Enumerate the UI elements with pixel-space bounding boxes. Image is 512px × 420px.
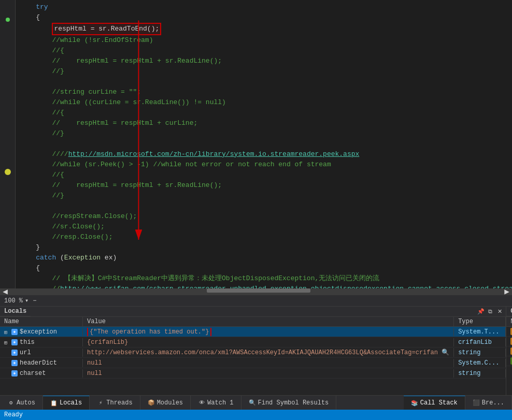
- locals-name-cell: ⊞ ◈ $exception: [0, 328, 83, 336]
- locals-value-cell: null: [83, 359, 454, 367]
- locals-row[interactable]: ⊞ ◈ this {crifanLib} crifanLib: [0, 337, 506, 347]
- var-name: this: [20, 339, 35, 346]
- code-content[interactable]: try { respHtml = sr.ReadToEnd(); //while…: [16, 0, 512, 288]
- code-line: //while (!sr.EndOfStream): [20, 35, 508, 46]
- tab-find-symbol-label: Find Symbol Results: [258, 399, 329, 407]
- callstack-row[interactable]: ▶ ScrapeAmazonProd...: [506, 337, 512, 346]
- code-line: // respHtml = respHtml + sr.ReadLine();: [20, 180, 508, 191]
- gutter: [0, 0, 16, 288]
- code-line: [20, 77, 508, 87]
- bottom-tabs: ⚙ Autos 📋 Locals ⚡ Threads 📦 Modules 👁 W…: [0, 395, 512, 410]
- var-icon: ◈: [11, 350, 18, 356]
- callstack-toolbar: Call Stack 📌 ⧉ ✕: [506, 307, 512, 317]
- locals-table: Name Value Type ⊞ ◈ $exception {"The ope…: [0, 317, 506, 395]
- locals-value-cell: http://webservices.amazon.com/onca/xml?A…: [83, 348, 454, 357]
- code-line: {: [20, 263, 508, 273]
- code-line: // respHtml = respHtml + sr.ReadLine();: [20, 56, 508, 66]
- code-line: //{: [20, 46, 508, 56]
- horiz-scrollbar[interactable]: ◀ ▶: [0, 288, 512, 295]
- tab-watch1[interactable]: 👁 Watch 1: [191, 396, 241, 410]
- bottom-split: Locals 📌 ⧉ ✕ Name Value Type ⊞ ◈: [0, 307, 512, 395]
- ready-bar: Ready: [0, 410, 512, 420]
- tab-watch1-label: Watch 1: [207, 399, 233, 407]
- highlight-box-1: respHtml = sr.ReadToEnd();: [52, 23, 161, 35]
- locals-panel: Locals 📌 ⧉ ✕ Name Value Type ⊞ ◈: [0, 307, 506, 395]
- code-line: //}: [20, 128, 508, 139]
- locals-row[interactable]: ⊞ ◈ $exception {"The operation has timed…: [0, 327, 506, 337]
- code-line-highlight: respHtml = sr.ReadToEnd();: [20, 23, 508, 35]
- autos-icon: ⚙: [7, 399, 15, 407]
- exception-value-box: {"The operation has timed out."}: [87, 328, 211, 336]
- scroll-track[interactable]: [10, 288, 502, 295]
- threads-icon: ⚡: [97, 399, 104, 407]
- tab-threads-label: Threads: [106, 399, 132, 407]
- msdn-link[interactable]: http://msdn.microsoft.com/zh-cn/library/…: [68, 150, 360, 158]
- callstack-row[interactable]: ▶ ScrapeAmazonProd...: [506, 346, 512, 356]
- scroll-thumb[interactable]: [207, 288, 310, 293]
- code-line: //string curLine = "";: [20, 87, 508, 97]
- locals-value-cell: {crifanLib}: [83, 338, 454, 346]
- locals-type-cell: string: [454, 369, 506, 378]
- tab-autos[interactable]: ⚙ Autos: [0, 396, 43, 410]
- zoom-label: 100 %: [4, 297, 23, 305]
- var-icon: ◈: [11, 339, 18, 345]
- tab-locals[interactable]: 📋 Locals: [43, 396, 90, 410]
- locals-name-cell: ⊞ ◈ headerDict: [0, 359, 83, 367]
- panel-controls: 📌 ⧉ ✕: [475, 308, 506, 316]
- code-line: catch (Exception ex): [20, 253, 508, 263]
- locals-row[interactable]: ⊞ ◈ charset null string: [0, 368, 506, 379]
- col-header-name: Name: [0, 317, 83, 326]
- panel-pin-btn[interactable]: 📌: [477, 308, 485, 316]
- panel-float-btn[interactable]: ⧉: [486, 308, 494, 316]
- locals-type-cell: string: [454, 349, 506, 357]
- col-header-type: Type: [454, 317, 506, 326]
- tab-breakpoints-label: Bre...: [482, 399, 504, 407]
- panel-close-btn[interactable]: ✕: [495, 308, 504, 316]
- code-line: //while ((curLine = sr.ReadLine()) != nu…: [20, 97, 508, 108]
- tab-breakpoints[interactable]: ⬛ Bre...: [465, 396, 512, 410]
- tab-callstack[interactable]: 📚 Call Stack: [404, 396, 465, 410]
- gutter-arrow: [5, 169, 11, 175]
- code-line: //resp.Close();: [20, 232, 508, 242]
- zoom-dropdown[interactable]: ▾: [25, 297, 29, 305]
- callstack-title: Call Stack: [506, 307, 512, 316]
- code-line: //sr.Close();: [20, 222, 508, 232]
- zoom-bar: 100 % ▾ −: [0, 295, 512, 306]
- code-line: //{: [20, 170, 508, 180]
- locals-row[interactable]: ⊞ ◈ url http://webservices.amazon.com/on…: [0, 347, 506, 358]
- locals-header: Name Value Type: [0, 317, 506, 327]
- code-line: {: [20, 12, 508, 23]
- locals-name-cell: ⊞ ◈ charset: [0, 369, 83, 378]
- tab-modules[interactable]: 📦 Modules: [140, 396, 191, 410]
- zoom-minus[interactable]: −: [33, 297, 36, 305]
- code-line: //while (sr.Peek() > -1) //while not err…: [20, 160, 508, 170]
- callstack-row[interactable]: ▶ ScrapeAmazonProd...: [506, 327, 512, 337]
- locals-type-cell: System.T...: [454, 328, 506, 336]
- locals-name-cell: ⊞ ◈ this: [0, 338, 83, 346]
- code-line: }: [20, 242, 508, 253]
- tab-autos-label: Autos: [17, 399, 35, 407]
- code-line: //{: [20, 108, 508, 118]
- tab-callstack-label: Call Stack: [420, 399, 458, 407]
- code-line: //}: [20, 191, 508, 201]
- tab-modules-label: Modules: [157, 399, 183, 407]
- find-symbol-icon: 🔍: [249, 399, 256, 407]
- expand-icon[interactable]: ⊞: [4, 340, 9, 345]
- locals-title: Locals: [0, 307, 31, 316]
- tab-threads[interactable]: ⚡ Threads: [90, 396, 140, 410]
- var-icon: ◈: [11, 360, 18, 366]
- scroll-right-btn[interactable]: ▶: [502, 288, 512, 295]
- code-line: //}: [20, 66, 508, 77]
- code-line: [20, 139, 508, 149]
- locals-value-cell: null: [83, 369, 454, 378]
- crifan-link[interactable]: http://www.crifan.com/csharp_streamreade…: [60, 285, 512, 289]
- callstack-header: Name: [506, 317, 512, 327]
- scroll-left-btn[interactable]: ◀: [0, 288, 10, 295]
- gutter-breakpoint-1[interactable]: [6, 18, 10, 22]
- expand-icon[interactable]: ⊞: [4, 329, 9, 335]
- code-scroll: try { respHtml = sr.ReadToEnd(); //while…: [0, 0, 512, 288]
- callstack-row[interactable]: ▶ ScrapeAmazonProd...: [506, 356, 512, 366]
- tab-find-symbol[interactable]: 🔍 Find Symbol Results: [241, 396, 337, 410]
- callstack-tab-icon: 📚: [411, 399, 418, 407]
- locals-row[interactable]: ⊞ ◈ headerDict null System.C...: [0, 358, 506, 368]
